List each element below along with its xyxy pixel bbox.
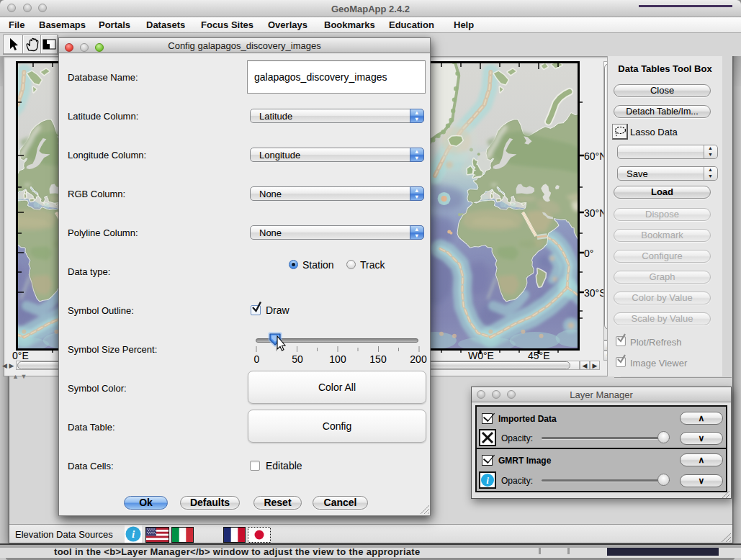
svg-text:i: i [486,475,489,486]
